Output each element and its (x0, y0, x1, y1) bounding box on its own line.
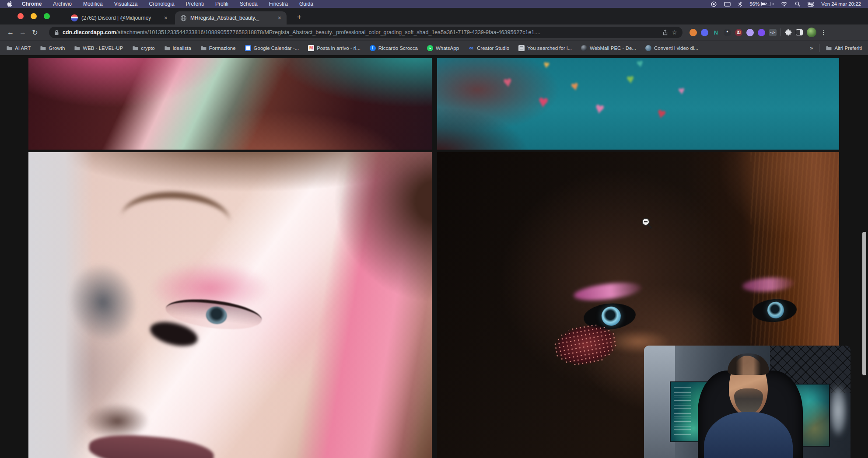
heart-bokeh-icon (636, 58, 644, 70)
bookmark-google-calendar[interactable]: Google Calendar -... (245, 45, 299, 51)
folder-icon (826, 45, 832, 51)
heart-bokeh-icon (594, 100, 606, 117)
bookmark-video-converter[interactable]: Converti i video di... (645, 45, 698, 51)
bookmark-folder-web-level-up[interactable]: WEB - LEVEL-UP (74, 45, 123, 51)
tab-image-active[interactable]: MRregista_Abstract_beauty._ (175, 11, 287, 24)
video-converter-icon (645, 45, 651, 51)
bookmark-gmail-inbox[interactable]: M Posta in arrivo - ri... (308, 45, 360, 51)
bookmark-folder-ai-art[interactable]: AI ART (6, 45, 31, 51)
apple-menu-icon[interactable] (7, 1, 12, 7)
extension-icon-n[interactable]: N (712, 29, 720, 36)
close-tab-icon[interactable] (164, 15, 168, 21)
window-controls (18, 13, 50, 19)
extension-icon-violet[interactable] (758, 29, 765, 36)
kebab-menu-icon[interactable] (820, 28, 827, 36)
extension-icon-key[interactable]: ⚿ (735, 29, 742, 36)
menu-chrome[interactable]: Chrome (22, 1, 42, 7)
macos-screen: Chrome Archivio Modifica Visualizza Cron… (0, 0, 868, 458)
close-window-button[interactable] (18, 13, 24, 19)
image-quadrant-top-right[interactable] (437, 58, 839, 150)
bookmark-creator-studio[interactable]: ∞ Creator Studio (468, 45, 509, 51)
gmail-icon: M (308, 45, 314, 51)
portrait-magenta-eyeshadow-left (573, 280, 643, 303)
bookmark-label: crypto (141, 45, 154, 51)
bookmark-search-result[interactable]: You searched for l... (518, 45, 572, 51)
bookmark-label: AI ART (15, 45, 31, 51)
chrome-tab-strip: (2762) Discord | @Midjourney MRregista_A… (0, 8, 868, 24)
bookmark-label: WhatsApp (436, 45, 459, 51)
menu-cronologia[interactable]: Cronologia (149, 1, 175, 7)
menu-visualizza[interactable]: Visualizza (114, 1, 138, 7)
forward-button[interactable] (17, 26, 29, 38)
portrait-iris (767, 301, 785, 319)
extension-icon-lavender[interactable] (746, 29, 754, 36)
fullscreen-window-button[interactable] (44, 13, 50, 19)
image-quadrant-bottom-left-portrait[interactable] (28, 152, 432, 458)
puzzle-extensions-icon[interactable] (785, 29, 792, 36)
tab-discord[interactable]: (2762) Discord | @Midjourney (66, 11, 173, 24)
webcam-overlay (644, 346, 850, 458)
menu-scheda[interactable]: Scheda (240, 1, 258, 7)
bluetooth-icon[interactable] (738, 1, 742, 7)
menubar-clock[interactable]: Ven 24 mar 20:22 (821, 1, 861, 7)
folder-icon (164, 45, 170, 51)
menu-guida[interactable]: Guida (299, 1, 313, 7)
address-bar[interactable]: cdn.discordapp.com/attachments/101351233… (49, 27, 682, 38)
side-panel-icon[interactable] (796, 29, 803, 35)
webmail-icon (581, 45, 587, 51)
profile-avatar[interactable] (807, 28, 816, 37)
presenter-hair (728, 353, 769, 375)
folder-icon (6, 45, 12, 51)
vertical-scrollbar-thumb[interactable] (862, 232, 866, 375)
url-domain: cdn.discordapp.com (63, 29, 116, 35)
tab-title: (2762) Discord | @Midjourney (81, 15, 161, 21)
bookmark-folder-crypto[interactable]: crypto (132, 45, 154, 51)
globe-favicon-icon (180, 15, 187, 21)
spotlight-search-icon[interactable] (795, 1, 800, 7)
battery-icon (761, 2, 770, 6)
wifi-icon[interactable] (781, 2, 788, 7)
extension-icon-orange[interactable] (690, 29, 697, 36)
battery-indicator[interactable]: 56% (749, 1, 774, 7)
other-bookmarks-folder[interactable]: Altri Preferiti (826, 45, 862, 51)
close-tab-icon[interactable] (278, 15, 281, 21)
extension-icon-code[interactable]: </> (769, 29, 777, 36)
new-tab-button[interactable] (294, 12, 304, 22)
bookmark-whatsapp[interactable]: WhatsApp (427, 45, 459, 51)
menu-archivio[interactable]: Archivio (53, 1, 72, 7)
bookmark-folder-idealista[interactable]: idealista (164, 45, 191, 51)
menu-preferiti[interactable]: Preferiti (186, 1, 204, 7)
extension-icon-indigo[interactable] (701, 29, 708, 36)
bookmark-webmail-pec[interactable]: WebMail PEC - De... (581, 45, 636, 51)
menu-finestra[interactable]: Finestra (269, 1, 288, 7)
image-quadrant-top-left[interactable] (28, 58, 432, 150)
control-center-icon[interactable] (808, 2, 814, 7)
bookmark-facebook-profile[interactable]: f Riccardo Scrocca (370, 45, 418, 51)
screen-record-icon[interactable] (711, 1, 717, 7)
page-icon (518, 45, 525, 51)
facebook-icon: f (370, 45, 376, 51)
menu-modifica[interactable]: Modifica (83, 1, 103, 7)
bookmark-star-icon[interactable] (672, 29, 677, 36)
extension-icon-dark[interactable]: * (724, 29, 731, 36)
reload-button[interactable] (29, 26, 41, 38)
heart-bokeh-icon (626, 72, 635, 86)
display-icon[interactable] (724, 2, 731, 7)
portrait-iris (205, 305, 228, 325)
back-button[interactable] (4, 26, 17, 38)
discord-favicon-icon (71, 14, 78, 21)
bookmark-label: You searched for l... (527, 45, 572, 51)
bookmark-folder-formazione[interactable]: Formazione (200, 45, 236, 51)
bookmarks-overflow-chevron[interactable] (810, 45, 813, 51)
menu-profili[interactable]: Profili (215, 1, 228, 7)
lock-icon (54, 30, 59, 35)
bookmark-label: Posta in arrivo - ri... (317, 45, 360, 51)
bookmark-folder-growth[interactable]: Growth (40, 45, 65, 51)
share-icon[interactable] (662, 29, 668, 35)
folder-icon (200, 45, 206, 51)
heart-bokeh-icon (655, 105, 668, 122)
menubar-menus: Chrome Archivio Modifica Visualizza Cron… (22, 1, 313, 7)
minimize-window-button[interactable] (31, 13, 37, 19)
browser-toolbar: cdn.discordapp.com/attachments/101351233… (0, 24, 868, 40)
monitor-text-lines (674, 387, 691, 437)
